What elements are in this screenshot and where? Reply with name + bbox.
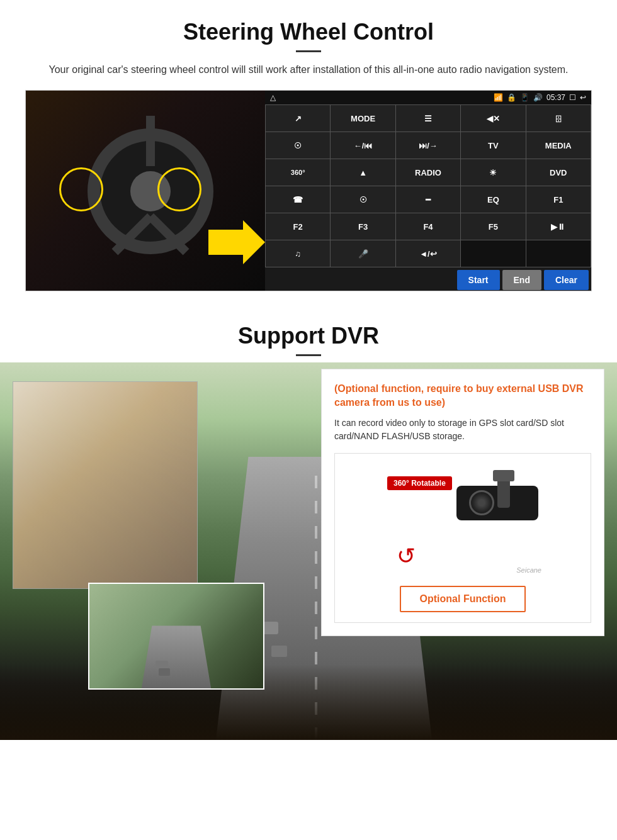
ui-btn-mic[interactable]: 🎤 bbox=[331, 240, 395, 267]
ui-panel: △ 📶 🔒 📱 🔊 05:37 ☐ ↩ ↗ MODE ☰ ◀✕ bbox=[265, 91, 591, 291]
steering-title: Steering Wheel Control bbox=[25, 19, 592, 45]
svg-marker-0 bbox=[208, 220, 265, 264]
grid-icon: 📱 bbox=[520, 93, 529, 102]
ui-btn-prev[interactable]: ←/⏮ bbox=[331, 132, 395, 159]
ui-btn-radio[interactable]: RADIO bbox=[396, 159, 460, 186]
ui-btn-back-prev[interactable]: ◄/↩ bbox=[396, 240, 460, 267]
ui-btn-mute[interactable]: ◀✕ bbox=[461, 105, 525, 132]
ui-btn-eject[interactable]: ▲ bbox=[331, 159, 395, 186]
camera-badge: 360° Rotatable bbox=[387, 476, 452, 490]
ui-btn-360[interactable]: 360° bbox=[266, 159, 330, 186]
dvr-camera-box: 360° Rotatable ↺ Seica bbox=[334, 453, 591, 623]
ui-btn-screen[interactable]: ━ bbox=[396, 186, 460, 213]
dvr-photo-area: (Optional function, require to buy exter… bbox=[0, 362, 617, 740]
section1-divider bbox=[296, 50, 321, 52]
yellow-arrow bbox=[208, 220, 265, 267]
ui-btn-apps[interactable]: ⌹ bbox=[526, 105, 591, 132]
ui-btn-empty1 bbox=[461, 240, 525, 267]
dvr-description: It can record video only to storage in G… bbox=[334, 417, 591, 443]
home-icon: △ bbox=[270, 93, 276, 102]
dvr-building-left bbox=[13, 381, 198, 589]
ui-btn-brightness[interactable]: ☀ bbox=[461, 159, 525, 186]
dvr-car2 bbox=[271, 646, 287, 657]
cam-mount-base bbox=[493, 470, 514, 481]
ui-btn-f1[interactable]: F1 bbox=[526, 186, 591, 213]
ui-btn-f4[interactable]: F4 bbox=[396, 213, 460, 240]
ui-btn-f3[interactable]: F3 bbox=[331, 213, 395, 240]
steering-photo bbox=[26, 91, 265, 291]
optional-function-button[interactable]: Optional Function bbox=[400, 586, 526, 612]
dvr-inset-photo bbox=[88, 583, 264, 690]
ui-btn-empty2 bbox=[526, 240, 591, 267]
ui-btn-playpause[interactable]: ▶⏸ bbox=[526, 213, 591, 240]
ui-bottom-row: Start End Clear bbox=[265, 267, 591, 291]
ui-btn-settings[interactable]: ☉ bbox=[266, 132, 330, 159]
ui-btn-next[interactable]: ⏭/→ bbox=[396, 132, 460, 159]
camera-visual: 360° Rotatable ↺ Seica bbox=[381, 464, 545, 577]
start-button[interactable]: Start bbox=[457, 270, 500, 290]
ui-statusbar: △ 📶 🔒 📱 🔊 05:37 ☐ ↩ bbox=[265, 91, 591, 104]
section2-divider bbox=[296, 354, 321, 356]
statusbar-right: 📶 🔒 📱 🔊 05:37 ☐ ↩ bbox=[494, 93, 586, 102]
ui-btn-menu[interactable]: ☰ bbox=[396, 105, 460, 132]
dvr-optional-text: (Optional function, require to buy exter… bbox=[334, 382, 591, 410]
ui-btn-f5[interactable]: F5 bbox=[461, 213, 525, 240]
wifi-icon: 📶 bbox=[494, 93, 503, 102]
window-icon: ☐ bbox=[569, 93, 576, 102]
ui-btn-phone[interactable]: ☎ bbox=[266, 186, 330, 213]
yellow-circle-left bbox=[59, 167, 103, 211]
time-display: 05:37 bbox=[546, 93, 565, 102]
ui-grid: ↗ MODE ☰ ◀✕ ⌹ ☉ ←/⏮ ⏭/→ TV MEDIA 360° ▲ … bbox=[265, 104, 591, 267]
steering-container: △ 📶 🔒 📱 🔊 05:37 ☐ ↩ ↗ MODE ☰ ◀✕ bbox=[25, 90, 592, 291]
seicane-watermark: Seicane bbox=[516, 566, 541, 574]
steering-section: Steering Wheel Control Your original car… bbox=[0, 0, 617, 304]
ui-btn-eq[interactable]: EQ bbox=[461, 186, 525, 213]
yellow-circle-right bbox=[157, 167, 201, 211]
statusbar-left: △ bbox=[270, 93, 276, 102]
cam-lens bbox=[469, 490, 494, 515]
end-button[interactable]: End bbox=[502, 270, 541, 290]
ui-btn-dvd[interactable]: DVD bbox=[526, 159, 591, 186]
dvr-info-card: (Optional function, require to buy exter… bbox=[321, 369, 604, 636]
ui-btn-tv[interactable]: TV bbox=[461, 132, 525, 159]
cam-rotation-arrow: ↺ bbox=[397, 545, 416, 568]
ui-btn-navigate[interactable]: ↗ bbox=[266, 105, 330, 132]
ui-btn-media[interactable]: MEDIA bbox=[526, 132, 591, 159]
dvr-section: Support DVR bbox=[0, 304, 617, 740]
ui-btn-mode[interactable]: MODE bbox=[331, 105, 395, 132]
dvr-title: Support DVR bbox=[0, 323, 617, 349]
clear-button[interactable]: Clear bbox=[544, 270, 589, 290]
volume-icon: 🔊 bbox=[533, 93, 543, 102]
ui-btn-music[interactable]: ♫ bbox=[266, 240, 330, 267]
lock-icon: 🔒 bbox=[507, 93, 516, 102]
ui-btn-internet[interactable]: ☉ bbox=[331, 186, 395, 213]
back-icon: ↩ bbox=[580, 93, 586, 102]
ui-btn-f2[interactable]: F2 bbox=[266, 213, 330, 240]
steering-description: Your original car's steering wheel contr… bbox=[38, 62, 579, 77]
